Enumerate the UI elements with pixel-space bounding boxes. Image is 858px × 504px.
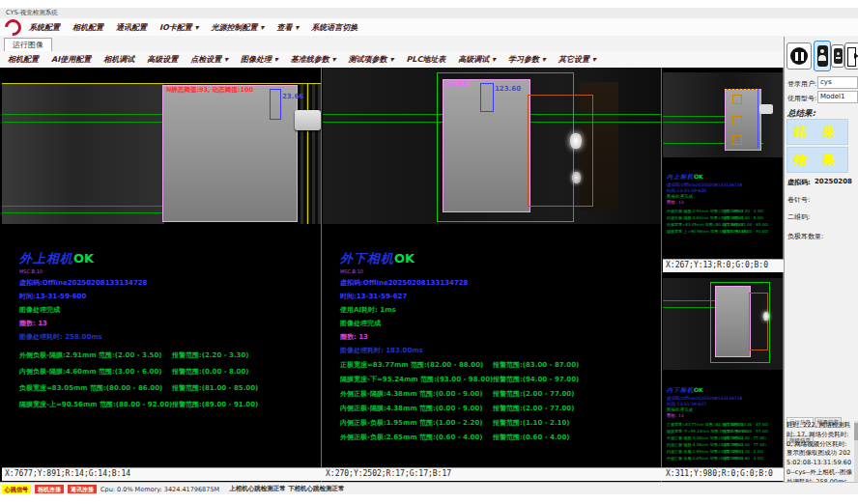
result-badge-1: 结 果 — [786, 119, 848, 145]
tool-learning-params[interactable]: 学习参数 ▾ — [508, 54, 546, 65]
center-camera-image[interactable]: AI检测框 123.60 — [323, 68, 661, 224]
left-image-background — [2, 83, 164, 224]
negative-tab-count-label: 负极耳数量: — [787, 232, 823, 241]
left-camera-image[interactable]: N静态阈值:93, 动态阈值:100 23.66 — [2, 83, 321, 224]
login-user-value[interactable]: cys — [817, 76, 858, 89]
log-scrollbar[interactable] — [854, 421, 858, 490]
needle-number-label: 卷针号: — [787, 195, 810, 205]
menu-light-config[interactable]: 光源控制配置 ▾ — [212, 22, 265, 33]
camera-link-indicator: 相机连接 — [35, 485, 64, 493]
measurement-row: 内侧负极-隔膜:4.60mm 范围:(3.00 - 6.00)报警范围:(0.0… — [19, 367, 319, 377]
left-camera-ok: OK — [73, 251, 94, 266]
status-bar: 心跳信号 相机连接 通讯连接 Cpu: 0.0% Memory: 3424.41… — [0, 482, 858, 495]
right-control-panel: 登录用户: cys 使用型号: Model1 总结果: 结 果 结 果 虚拟码:… — [784, 37, 858, 494]
tool-advanced-debug[interactable]: 高级调试 ▾ — [458, 54, 496, 65]
left-sub-label: MSC.B:10 — [19, 268, 319, 274]
measurement-row: 隔膜宽度-上=90.56mm 范围:(88.00 - 92.00)报警范围:(8… — [19, 400, 319, 409]
measurement-row: 正极宽度=83.77mm 范围:(82.00 - 88.00)报警范围:(83.… — [340, 360, 659, 370]
app-window: CYS-视觉检测系统 系统配置 相机配置 通讯配置 IO卡配置 ▾ 光源控制配置… — [0, 0, 858, 504]
window-bottom-strip — [0, 494, 858, 504]
measurement-row: 负极宽度=83.05mm 范围:(80.00 - 86.00)报警范围:(81.… — [19, 383, 319, 393]
pause-icon — [790, 47, 808, 65]
left-tab-clip — [295, 110, 321, 130]
tool-spotcheck-settings[interactable]: 点检设置 ▾ — [190, 54, 228, 65]
thumb-green-line — [663, 122, 725, 123]
tool-test-params[interactable]: 测试项参数 ▾ — [349, 54, 394, 65]
login-user-button[interactable] — [814, 41, 831, 71]
model-value[interactable]: Model1 — [817, 91, 858, 103]
window-titlebar: CYS-视觉检测系统 — [0, 8, 858, 18]
measurement-row: 外侧正极-负极:2.65mm 范围:(0.60 - 4.00)报警范围:(0.6… — [340, 433, 659, 442]
thumb-top-text: 内上相机OK 虚拟码:Offline20250208133134728 时间:1… — [667, 164, 781, 234]
tool-camera-debug[interactable]: 相机调试 — [103, 54, 134, 65]
divider — [321, 68, 322, 482]
thumb-top-coordinate-bar: X:267;Y:13;R:0;G:0;B:0 — [663, 259, 786, 272]
window-title: CYS-视觉检测系统 — [6, 9, 58, 16]
left-measure-value: 23.66 — [282, 93, 303, 100]
tab-run-image[interactable]: 运行图像 — [4, 38, 52, 52]
menu-camera-config[interactable]: 相机配置 — [72, 22, 103, 33]
center-bright-spot — [570, 133, 582, 149]
thumb-green-line — [663, 300, 715, 301]
thumb-blue-line — [758, 90, 758, 148]
center-orange-roi — [528, 95, 593, 207]
center-ai-roi-label: AI检测框 — [445, 80, 470, 89]
log-scrollbar-thumb[interactable] — [854, 423, 858, 440]
center-elapsed: 图像处理耗时: 183.00ms — [340, 346, 659, 355]
center-time: 时间:13-31-59-627 — [340, 292, 659, 301]
menubar: 系统配置 相机配置 通讯配置 IO卡配置 ▾ 光源控制配置 ▾ 查看 ▾ 系统语… — [0, 18, 858, 37]
center-bright-spot — [572, 172, 581, 183]
measurement-row: 外侧负极-隔膜:2.91mm 范围:(2.00 - 3.50)报警范围:(2.2… — [19, 350, 319, 360]
tool-advanced-settings[interactable]: 高级设置 — [147, 54, 178, 65]
menu-view[interactable]: 查看 ▾ — [276, 22, 299, 33]
model-label: 使用型号: — [787, 94, 816, 103]
measurement-row: 内侧正极-隔膜:4.38mm 范围:(0.00 - 9.00)报警范围:(2.0… — [340, 404, 659, 413]
cpu-memory-status: Cpu: 0.0% Memory: 3424.41796875M — [100, 486, 219, 493]
left-measure-roi — [270, 89, 281, 120]
left-elapsed: 图像处理耗时: 258.00ms — [19, 332, 319, 342]
login-user-label: 登录用户: — [787, 79, 816, 89]
tool-other-settings[interactable]: 其它设置 ▾ — [558, 54, 596, 65]
center-turns: 圈数: 13 — [340, 332, 659, 342]
thumb-green-line — [663, 116, 725, 117]
left-image-machinery — [298, 83, 321, 224]
tab-strip: 运行图像 — [0, 36, 858, 52]
menu-system-config[interactable]: 系统配置 — [29, 22, 60, 33]
left-green-line — [2, 206, 162, 207]
left-done: 图像处理完成 — [19, 305, 319, 315]
heartbeat-indicator: 心跳信号 — [2, 485, 31, 493]
thumb-bright-spot — [763, 312, 769, 321]
thumb-bottom-view[interactable]: 内下相机OK 虚拟码:Offline20250208133134728 时间:1… — [663, 273, 783, 467]
tool-image-processing[interactable]: 图像处理 ▾ — [241, 54, 278, 65]
center-coordinate-bar: X:270;Y:2502;R:17;G:17;B:17 — [323, 467, 664, 481]
exit-button[interactable] — [844, 42, 858, 70]
left-virtual-code: 虚拟码:Offline20250208133134728 — [19, 278, 319, 288]
menu-comm-config[interactable]: 通讯配置 — [116, 22, 147, 33]
menu-io-config[interactable]: IO卡配置 ▾ — [159, 22, 199, 33]
tool-baseline-params[interactable]: 基准线参数 ▾ — [291, 54, 336, 65]
virtual-code-label: 虚拟码: — [787, 178, 811, 187]
thumb-top-dashes — [725, 89, 759, 90]
tool-camera-config[interactable]: 相机配置 — [8, 54, 39, 65]
pause-button[interactable] — [786, 42, 812, 70]
center-measure-value: 123.60 — [495, 85, 521, 93]
comm-link-indicator: 通讯连接 — [68, 485, 97, 493]
left-green-line — [2, 212, 162, 213]
thumb-top-cell — [725, 89, 761, 151]
settings-button[interactable] — [831, 44, 844, 68]
thumb-orange-roi — [732, 95, 742, 104]
left-time: 时间:13-31-59-600 — [19, 292, 319, 301]
thumb-orange-roi — [732, 135, 742, 145]
tool-ai-config[interactable]: AI使用配置 — [51, 54, 91, 65]
thumb-bottom-coordinate-bar: X:311;Y:980;R:0;G:0;B:0 — [663, 467, 786, 481]
center-result-block: 外下相机OK MSC.B:10 虚拟码:Offline2025020813313… — [340, 248, 659, 442]
thumb-bottom-camera-name: 内下相机 — [667, 386, 694, 393]
center-virtual-code: 虚拟码:Offline20250208133134728 — [340, 278, 659, 288]
thumb-orange-roi — [749, 293, 768, 350]
menu-language[interactable]: 系统语言切换 — [311, 22, 358, 33]
left-camera-name: 外上相机 — [19, 251, 73, 266]
thumb-top-view[interactable]: 内上相机OK 虚拟码:Offline20250208133134728 时间:1… — [663, 68, 783, 259]
tool-plc-address[interactable]: PLC地址表 — [406, 54, 445, 65]
left-turns: 圈数: 13 — [19, 319, 319, 328]
thumb-top-image — [663, 72, 783, 157]
